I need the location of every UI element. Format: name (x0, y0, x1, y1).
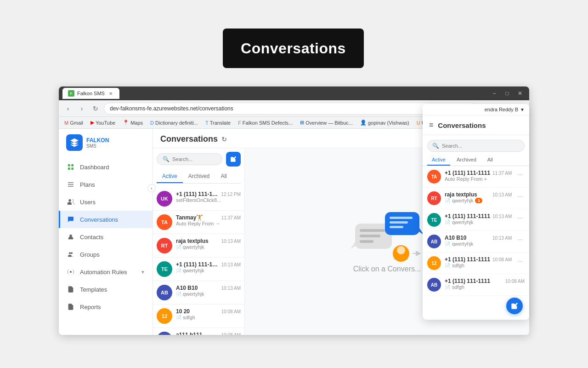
rp-three-dots-0[interactable]: ··· (515, 170, 525, 179)
rp-doc-icon-3: 📄 (445, 242, 450, 247)
bookmark-dictionary[interactable]: D Dictionary definiti... (148, 119, 200, 126)
users-icon (66, 197, 75, 207)
automation-icon (66, 267, 75, 276)
bookmark-gmail[interactable]: M Gmail (62, 119, 85, 126)
conv-item-5[interactable]: 12 10 20 10:08 AM 📄 sdfgh (153, 305, 244, 328)
conv-item-0[interactable]: UK +1 (111) 111-1111 12:12 PM setFilters… (153, 187, 244, 211)
sidebar-label-dashboard: Dashboard (80, 164, 109, 171)
rp-doc-icon-5: 📄 (445, 285, 450, 290)
rp-tabs: Active Archived All (423, 155, 529, 166)
sidebar-item-dashboard[interactable]: Dashboard (59, 158, 153, 176)
rp-avatar-0: TA (427, 170, 441, 184)
rp-conv-item-3[interactable]: AB A10 B10 10:13 AM 📄 qwertyhjk ··· (423, 231, 529, 253)
rp-conv-preview-4: 📄 sdfgh (445, 263, 512, 268)
conv-item-1[interactable]: TA Tanmay🏋 11:37 AM Auto Reply From → (153, 211, 244, 234)
back-button[interactable]: ‹ (62, 103, 74, 114)
browser-tab-falkon[interactable]: F Falkon SMS ✕ (62, 88, 119, 99)
rp-compose-fab[interactable] (506, 298, 523, 314)
rp-search-box: 🔍 (427, 140, 525, 152)
tab-all[interactable]: All (215, 170, 232, 183)
minimize-button[interactable]: − (489, 88, 500, 99)
sidebar-label-groups: Groups (80, 251, 100, 258)
sidebar-item-contacts[interactable]: Contacts (59, 228, 153, 246)
bookmark-gopinav[interactable]: 👤 gopinav (Vishwas) (358, 119, 411, 126)
rp-avatar-3: AB (427, 235, 441, 248)
forward-button[interactable]: › (76, 103, 87, 114)
rp-conv-time-5: 10:08 AM (505, 279, 525, 284)
reports-icon (66, 302, 75, 311)
main-title-area: Conversations ↻ (160, 134, 227, 144)
rp-fab-area (423, 296, 529, 320)
svg-rect-5 (68, 184, 74, 184)
rp-conv-item-1[interactable]: RT raja textplus 10:13 AM 📄 qwertyhjk 1 … (423, 188, 529, 209)
rp-conv-time-3: 10:13 AM (492, 236, 512, 241)
browser-controls: − □ ✕ (489, 88, 526, 99)
rp-avatar-5: AB (427, 278, 441, 292)
user-header-bar: endra Reddy B ▼ (423, 104, 529, 115)
search-input[interactable] (172, 156, 216, 162)
compose-button[interactable] (226, 152, 241, 167)
chat-illustration (351, 210, 424, 265)
rp-conv-item-4[interactable]: 12 +1 (111) 111-1111 10:08 AM 📄 sdfgh ··… (423, 253, 529, 274)
plans-icon (66, 180, 75, 189)
rp-three-dots-1[interactable]: ··· (515, 191, 525, 201)
bookmark-translate[interactable]: T Translate (204, 119, 232, 126)
rp-avatar-1: RT (427, 191, 441, 205)
svg-rect-21 (390, 217, 413, 219)
contacts-icon (66, 232, 75, 242)
sidebar-label-conversations: Conversations (80, 216, 118, 223)
tab-archived[interactable]: Archived (183, 170, 215, 183)
hero-title: Conversations (241, 40, 346, 57)
reload-button[interactable]: ↻ (90, 103, 101, 114)
logo-text: FALKON (86, 137, 109, 144)
conv-name-5: 10 20 (176, 308, 190, 315)
rp-tab-active[interactable]: Active (427, 155, 450, 166)
rp-conv-item-0[interactable]: TA +1 (111) 111-1111 11:37 AM Auto Reply… (423, 166, 529, 188)
sidebar-item-plans[interactable]: Plans (59, 176, 153, 193)
svg-rect-1 (71, 164, 74, 167)
bookmark-bitbucket[interactable]: ⊞ Overview — Bitbuc... (298, 119, 355, 126)
user-dropdown-chevron[interactable]: ▼ (520, 107, 525, 112)
rp-menu-icon[interactable]: ≡ (429, 121, 433, 129)
bookmark-youtube[interactable]: ▶ YouTube (89, 119, 117, 126)
rp-conversations-list: TA +1 (111) 111-1111 11:37 AM Auto Reply… (423, 166, 529, 296)
avatar-5: 12 (157, 308, 172, 324)
rp-three-dots-2[interactable]: ··· (515, 213, 525, 222)
dashboard-icon (66, 162, 75, 172)
tab-close-button[interactable]: ✕ (107, 90, 114, 97)
svg-rect-17 (360, 235, 380, 237)
rp-three-dots-4[interactable]: ··· (515, 256, 525, 265)
rp-tab-all[interactable]: All (483, 155, 498, 166)
conv-item-3[interactable]: TE +1 (111) 111-1111 10:13 AM 📄 qwertyhj… (153, 258, 244, 281)
conv-preview-4: 📄 qwertyhjk (176, 291, 241, 297)
svg-rect-0 (68, 164, 70, 167)
rp-conv-item-5[interactable]: AB +1 (111) 111-1111 10:08 AM 📄 sdfgh (423, 274, 529, 296)
conv-item-2[interactable]: RT raja textplus 10:13 AM 📄 qwertyhjk (153, 234, 244, 258)
svg-rect-22 (390, 221, 408, 224)
avatar-4: AB (157, 285, 172, 300)
address-input[interactable] (104, 103, 477, 115)
rp-search-input[interactable] (442, 143, 520, 149)
sidebar-collapse-button[interactable]: ‹ (147, 184, 156, 192)
maximize-button[interactable]: □ (502, 88, 513, 99)
conv-name-4: A10 B10 (176, 285, 198, 291)
rp-three-dots-3[interactable]: ··· (515, 235, 525, 244)
conv-item-4[interactable]: AB A10 B10 10:13 AM 📄 qwertyhjk (153, 281, 244, 305)
sidebar-item-automation[interactable]: Automation Rules ▼ (59, 263, 153, 281)
rp-conv-item-2[interactable]: TE +1 (111) 111-1111 10:13 AM 📄 qwertyhj… (423, 209, 529, 231)
sidebar-item-groups[interactable]: Groups (59, 246, 153, 263)
sidebar-item-templates[interactable]: Templates (59, 281, 153, 298)
rp-tab-archived[interactable]: Archived (452, 155, 481, 166)
rp-search-icon: 🔍 (432, 143, 439, 149)
tab-active[interactable]: Active (157, 170, 183, 183)
conv-item-6[interactable]: AB a111 b111 10:08 AM 📄 sdfgh (153, 328, 244, 335)
conv-time-1: 11:37 AM (221, 215, 241, 220)
close-window-button[interactable]: ✕ (514, 88, 526, 99)
bookmark-falkon-defects[interactable]: F Falkon SMS Defects... (236, 119, 294, 126)
refresh-button[interactable]: ↻ (221, 136, 227, 143)
conversations-column: 🔍 Active Archived All (153, 148, 245, 335)
sidebar-item-conversations[interactable]: Conversations (59, 211, 153, 228)
sidebar-item-users[interactable]: Users (59, 193, 153, 211)
bookmark-maps[interactable]: 📍 Maps (121, 119, 145, 126)
sidebar-item-reports[interactable]: Reports (59, 298, 153, 316)
